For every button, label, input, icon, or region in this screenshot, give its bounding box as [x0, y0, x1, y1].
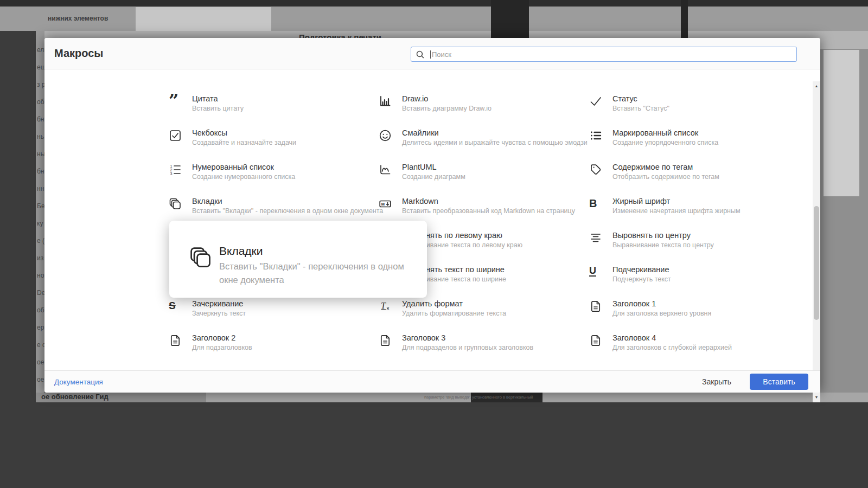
heading-icon: [169, 334, 185, 349]
bg-text-sliver: бн: [37, 168, 44, 175]
macro-name: Заголовок 3: [402, 333, 533, 342]
macro-description: Для подразделов и групповых заголовков: [402, 344, 533, 351]
bg-text-sliver: De: [37, 289, 44, 297]
macro-name: Смайлики: [402, 129, 588, 137]
bg-text-sliver: ещ: [37, 63, 44, 71]
macro-item[interactable]: SЗачеркиваниеЗачеркнуть текст: [169, 299, 371, 317]
svg-text:T: T: [381, 301, 386, 310]
macros-dialog: Макросы Поиск ”ЦитатаВставить цитатуDraw…: [44, 38, 820, 393]
bg-text-sliver: з р: [37, 81, 44, 88]
checkmark-icon: [589, 95, 605, 110]
bg-text-sliver: бн: [37, 115, 44, 123]
checkbox-icon: [169, 129, 185, 144]
macro-item[interactable]: Заголовок 1Для заголовка верхнего уровня: [589, 299, 791, 317]
macro-item[interactable]: UПодчеркиваниеПодчеркнуть текст: [589, 265, 791, 283]
macro-item[interactable]: Заголовок 3Для подразделов и групповых з…: [379, 333, 580, 351]
dialog-title: Макросы: [54, 47, 103, 60]
macro-tooltip-tabs: Вкладки Вставить "Вкладки" - переключени…: [169, 221, 427, 298]
macro-name: Зачеркивание: [192, 299, 246, 308]
macro-description: Вставить цитату: [192, 105, 244, 112]
scroll-down-arrow-icon[interactable]: ▼: [813, 394, 820, 401]
bg-text-sliver: но: [37, 272, 44, 279]
macro-description: Вставить "Статус": [612, 105, 669, 112]
dialog-footer: Документация Закрыть Вставить: [44, 370, 820, 393]
heading-icon: [589, 334, 605, 349]
dialog-header: Макросы Поиск: [44, 38, 820, 69]
tooltip-title: Вкладки: [219, 245, 411, 258]
dimmed-toolbar-block: [136, 7, 271, 31]
tabs-icon: [189, 246, 213, 272]
macro-description: Отобразить содержимое по тегам: [612, 173, 719, 181]
macro-description: Создание нумерованного списка: [192, 173, 295, 181]
macro-description: Создавайте и назначайте задачи: [192, 139, 296, 146]
macro-description: Создание упорядоченного списка: [612, 139, 718, 146]
macro-item[interactable]: 123Нумерованный списокСоздание нумерован…: [169, 163, 371, 181]
macro-description: Изменение начертания шрифта жирным: [612, 207, 741, 215]
macro-name: Draw.io: [402, 94, 492, 103]
dimmed-right-panel-block: [824, 50, 859, 196]
bg-text-sliver: ели: [37, 46, 44, 54]
bg-text-sliver: ое: [37, 376, 44, 383]
macro-item[interactable]: PlantUMLСоздание диаграмм: [379, 163, 580, 181]
bg-text-sliver: нь: [37, 133, 44, 140]
text-caret: [430, 50, 431, 59]
underline-icon: U: [589, 266, 605, 277]
macro-item[interactable]: Выровнять по центруВыравнивание текста п…: [589, 231, 791, 249]
macro-name: Markdown: [402, 197, 575, 206]
svg-text:M: M: [381, 202, 385, 207]
macro-description: Вставить преобразованный код Markdown на…: [402, 207, 575, 215]
scrollbar-thumb[interactable]: [814, 206, 819, 320]
bullet-list-icon: [589, 129, 605, 144]
close-button[interactable]: Закрыть: [702, 377, 731, 386]
bg-bottom-left-fragment: ое обновление Гид: [41, 393, 108, 401]
macro-item[interactable]: СмайликиДелитесь идеями и выражайте чувс…: [379, 129, 580, 146]
insert-button[interactable]: Вставить: [750, 374, 808, 390]
macro-item[interactable]: ”ЦитатаВставить цитату: [169, 94, 371, 112]
quote-icon: ”: [169, 95, 185, 108]
heading-icon: [379, 334, 395, 349]
strikethrough-icon: S: [169, 300, 185, 312]
dimmed-left-sidebar-sliver: елиещз роббнньныбнннБекуе (изноDeобере о…: [36, 31, 44, 393]
svg-text:2: 2: [170, 168, 173, 172]
documentation-link[interactable]: Документация: [54, 378, 103, 386]
bg-text-fragment: нижних элементов: [48, 15, 108, 22]
bg-text-sliver: е о: [37, 341, 44, 349]
macro-item[interactable]: ЧекбоксыСоздавайте и назначайте задачи: [169, 129, 371, 146]
macro-name: Жирный шрифт: [612, 197, 741, 206]
macro-item[interactable]: BЖирный шрифтИзменение начертания шрифта…: [589, 197, 791, 215]
macro-description: Для подзаголовков: [192, 344, 252, 351]
macro-item[interactable]: T×Удалить форматУдалить форматирование т…: [379, 299, 580, 317]
bold-icon: B: [589, 197, 605, 209]
bg-text-sliver: из: [37, 254, 43, 262]
search-input[interactable]: Поиск: [411, 47, 797, 62]
macro-description: Вставить диаграмму Draw.io: [402, 105, 492, 112]
align-center-icon: [589, 232, 605, 247]
macro-name: Чекбоксы: [192, 129, 296, 137]
macro-description: Для заголовка верхнего уровня: [612, 310, 711, 317]
macro-description: Создание диаграмм: [402, 173, 465, 181]
numbered-list-icon: 123: [169, 163, 185, 178]
macro-name: Статус: [612, 94, 669, 103]
macro-description: Делитесь идеями и выражайте чувства с по…: [402, 139, 588, 146]
macro-name: Заголовок 1: [612, 299, 711, 308]
scroll-up-arrow-icon[interactable]: ▲: [813, 82, 820, 90]
macro-name: Удалить формат: [402, 299, 506, 308]
macro-name: PlantUML: [402, 163, 465, 171]
scrollbar[interactable]: ▲ ▼: [813, 81, 820, 402]
macro-name: Вкладки: [192, 197, 383, 206]
macro-item[interactable]: Содержимое по тегамОтобразить содержимое…: [589, 163, 791, 181]
svg-text:3: 3: [170, 172, 173, 176]
macro-item[interactable]: СтатусВставить "Статус": [589, 94, 791, 112]
macro-grid: ”ЦитатаВставить цитатуDraw.ioВставить ди…: [44, 70, 820, 370]
macro-description: Удалить форматирование текста: [402, 310, 506, 317]
macro-description: Подчеркнуть текст: [612, 275, 671, 283]
macro-name: Заголовок 2: [192, 333, 252, 342]
bg-text-sliver: ое: [37, 358, 44, 366]
macro-item[interactable]: Draw.ioВставить диаграмму Draw.io: [379, 94, 580, 112]
macro-item[interactable]: MMarkdownВставить преобразованный код Ma…: [379, 197, 580, 215]
macro-item[interactable]: Заголовок 4Для заголовков с глубокой иер…: [589, 333, 791, 351]
macro-item[interactable]: Маркированный списокСоздание упорядоченн…: [589, 129, 791, 146]
macro-item[interactable]: Заголовок 2Для подзаголовков: [169, 333, 371, 351]
macro-name: Подчеркивание: [612, 265, 671, 274]
macro-item[interactable]: ВкладкиВставить "Вкладки" - переключения…: [169, 197, 371, 215]
